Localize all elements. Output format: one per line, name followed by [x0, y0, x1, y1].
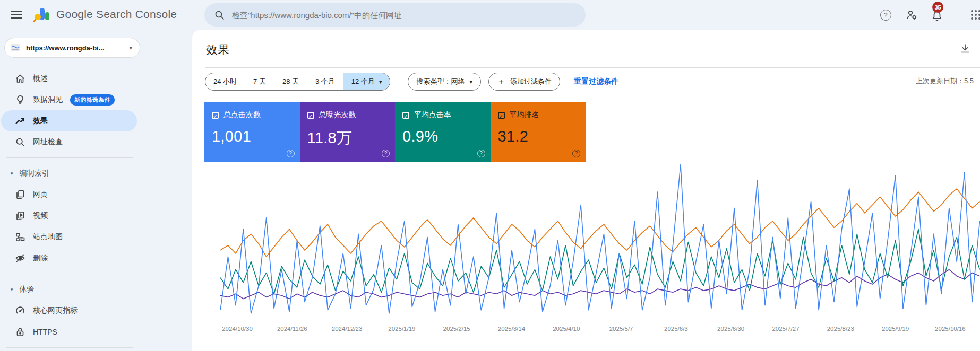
section-experience[interactable]: ▾ 体验 — [0, 279, 139, 300]
x-axis-label: 2025/4/10 — [541, 326, 591, 332]
search-icon — [15, 137, 25, 147]
trending-up-icon — [15, 116, 25, 126]
search-input[interactable] — [231, 10, 576, 20]
speedometer-icon — [15, 305, 25, 316]
google-search-console-app: { "icons": { "caret_down": "▾", "plus": … — [0, 0, 980, 351]
series-ctr — [220, 229, 980, 294]
x-axis-label: 2025/5/7 — [596, 326, 646, 332]
app-logo[interactable]: Google Search Console — [33, 6, 177, 23]
sidebar-item-https[interactable]: HTTPS — [0, 321, 139, 343]
sidebar-item-label: 网页 — [33, 190, 48, 199]
sidebar-item-label: 核心网页指标 — [33, 306, 78, 315]
x-axis-label: 2025/6/3 — [651, 326, 701, 332]
sidebar-item-label: 站点地图 — [33, 232, 63, 242]
sidebar-item-insights[interactable]: 数据洞见 新的筛选条件 — [0, 89, 139, 110]
app-title: Google Search Console — [56, 8, 177, 21]
user-gear-icon — [905, 8, 918, 21]
help-icon: ? — [880, 10, 891, 21]
sidebar-item-label: 删除 — [33, 253, 48, 263]
x-axis-label: 2025/8/23 — [815, 326, 865, 332]
sidebar-divider — [6, 347, 133, 348]
x-axis-label: 2025/9/19 — [871, 326, 921, 332]
sidebar-item-sitemaps[interactable]: 站点地图 — [0, 226, 139, 248]
performance-chart[interactable] — [192, 30, 980, 351]
sidebar-item-label: 网址检查 — [33, 137, 63, 147]
x-axis-label: 2025/2/15 — [432, 326, 482, 332]
x-axis-label: 2024/12/23 — [322, 326, 372, 332]
x-axis-label: 2025/3/14 — [487, 326, 537, 332]
series-impressions — [220, 270, 980, 299]
section-indexing[interactable]: ▾ 编制索引 — [0, 163, 139, 184]
sidebar-item-core-web-vitals[interactable]: 核心网页指标 — [0, 300, 139, 321]
collapse-caret-icon: ▾ — [11, 287, 13, 292]
sidebar-nav: 概述 数据洞见 新的筛选条件 效果 网址检查 ▾ 编制索引 — [0, 68, 139, 351]
collapse-caret-icon: ▾ — [11, 171, 13, 176]
url-inspection-search[interactable] — [204, 3, 586, 27]
sidebar-item-performance[interactable]: 效果 — [1, 110, 137, 131]
x-axis-label: 2024/11/26 — [267, 326, 317, 332]
chevron-down-icon: ▾ — [129, 45, 132, 51]
x-axis-label: 2025/1/19 — [377, 326, 427, 332]
eye-off-icon — [15, 253, 25, 264]
sidebar-item-label: 效果 — [33, 116, 48, 126]
apps-grid-button[interactable] — [969, 8, 980, 21]
sidebar-item-label: 概述 — [33, 74, 48, 83]
sidebar-item-removals[interactable]: 删除 — [0, 248, 139, 269]
lock-icon — [15, 327, 25, 337]
sidebar-item-overview[interactable]: 概述 — [0, 68, 139, 89]
sidebar-item-label: 数据洞见 — [33, 95, 63, 104]
notification-count-badge[interactable]: 35 — [932, 2, 943, 13]
new-filters-badge: 新的筛选条件 — [70, 94, 115, 106]
section-title: 编制索引 — [20, 169, 49, 178]
search-icon — [214, 10, 225, 20]
help-button[interactable]: ? — [879, 8, 892, 21]
property-url: https://www.rongda-bi... — [26, 44, 124, 52]
pages-icon — [15, 189, 25, 200]
section-title: 体验 — [20, 285, 35, 294]
x-axis-label: 2025/6/30 — [706, 326, 756, 332]
property-favicon — [10, 42, 21, 53]
sidebar-item-url-inspection[interactable]: 网址检查 — [0, 131, 139, 153]
x-axis-label: 2025/7/27 — [761, 326, 811, 332]
series-clicks — [220, 164, 980, 313]
lightbulb-icon — [15, 94, 25, 105]
top-app-bar: Google Search Console ? 35 — [0, 0, 980, 30]
sidebar-item-videos[interactable]: 视频 — [0, 205, 139, 226]
property-selector[interactable]: https://www.rongda-bi... ▾ — [4, 38, 140, 58]
content-sheet: 效果 24 小时 7 天 28 天 3 个月 12 个月 ▾ 搜索类型：网络 ▾… — [192, 30, 980, 351]
menu-icon[interactable] — [11, 9, 22, 21]
apps-grid-icon — [970, 9, 980, 21]
x-axis-label: 2024/10/30 — [212, 326, 262, 332]
x-axis-label: 2025/10/16 — [925, 326, 975, 332]
sidebar-item-label: 视频 — [33, 211, 48, 221]
sitemap-icon — [15, 232, 25, 242]
series-position — [220, 189, 980, 257]
home-icon — [15, 73, 25, 84]
search-console-logo-icon — [33, 6, 50, 23]
sidebar: https://www.rongda-bi... ▾ 概述 数据洞见 新的筛选条… — [0, 30, 192, 351]
user-settings-button[interactable] — [905, 8, 918, 21]
sidebar-divider — [6, 157, 133, 158]
video-pages-icon — [15, 210, 25, 221]
sidebar-item-pages[interactable]: 网页 — [0, 184, 139, 205]
sidebar-divider — [6, 274, 133, 274]
sidebar-item-label: HTTPS — [33, 328, 57, 336]
